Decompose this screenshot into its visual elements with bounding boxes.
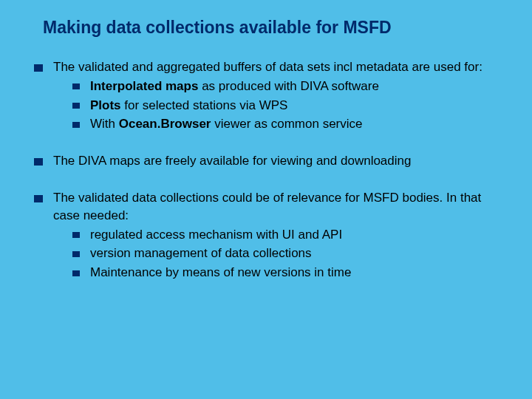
sub-bullet-text: version management of data collections [90, 246, 312, 260]
sub-bullet-list: regulated access mechanism with UI and A… [53, 226, 498, 282]
bullet-item: The validated and aggregated buffers of … [34, 58, 498, 133]
sub-bullet-rest: as produced with DIVA software [198, 79, 378, 93]
sub-bullet-item: Maintenance by means of new versions in … [72, 264, 498, 282]
bullet-item: The DIVA maps are freely available for v… [34, 152, 498, 170]
sub-bullet-rest: viewer as common service [211, 117, 362, 131]
bullet-list: The validated and aggregated buffers of … [34, 58, 498, 282]
slide-body: The validated and aggregated buffers of … [0, 47, 532, 282]
bullet-text: The validated and aggregated buffers of … [53, 60, 482, 74]
bullet-text: The DIVA maps are freely available for v… [53, 154, 411, 168]
sub-bullet-text: regulated access mechanism with UI and A… [90, 228, 342, 242]
sub-bullet-item: Plots for selected stations via WPS [72, 97, 498, 115]
sub-bullet-rest: for selected stations via WPS [121, 98, 288, 112]
sub-bullet-strong: Plots [90, 98, 121, 112]
sub-bullet-strong: Ocean.Browser [119, 117, 211, 131]
sub-bullet-item: With Ocean.Browser viewer as common serv… [72, 115, 498, 133]
bullet-text: The validated data collections could be … [53, 191, 481, 222]
sub-bullet-list: Interpolated maps as produced with DIVA … [53, 78, 498, 133]
sub-bullet-pre: With [90, 117, 119, 131]
sub-bullet-strong: Interpolated maps [90, 79, 198, 93]
sub-bullet-item: Interpolated maps as produced with DIVA … [72, 78, 498, 95]
slide: Making data collections available for MS… [0, 0, 532, 282]
sub-bullet-text: Maintenance by means of new versions in … [90, 265, 351, 279]
sub-bullet-item: regulated access mechanism with UI and A… [72, 226, 498, 244]
slide-title: Making data collections available for MS… [0, 0, 532, 47]
bullet-item: The validated data collections could be … [34, 189, 498, 282]
sub-bullet-item: version management of data collections [72, 245, 498, 262]
